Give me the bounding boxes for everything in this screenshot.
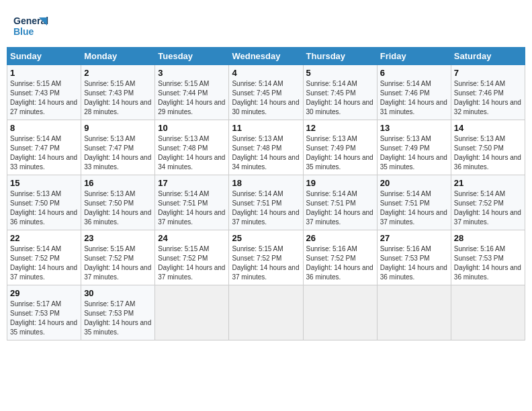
cell-info: Sunrise: 5:14 AM Sunset: 7:51 PM Dayligh…	[232, 189, 300, 227]
day-number: 10	[158, 123, 226, 133]
calendar-cell: 27 Sunrise: 5:16 AM Sunset: 7:53 PM Dayl…	[377, 230, 451, 285]
day-number: 23	[84, 233, 152, 243]
cell-info: Sunrise: 5:16 AM Sunset: 7:53 PM Dayligh…	[380, 244, 448, 282]
cell-info: Sunrise: 5:14 AM Sunset: 7:46 PM Dayligh…	[380, 79, 448, 117]
day-number: 2	[84, 68, 152, 78]
day-number: 24	[158, 233, 226, 243]
day-number: 16	[84, 178, 152, 188]
day-number: 14	[454, 123, 522, 133]
calendar-cell: 4 Sunrise: 5:14 AM Sunset: 7:45 PM Dayli…	[229, 65, 303, 120]
day-number: 3	[158, 68, 226, 78]
cell-info: Sunrise: 5:13 AM Sunset: 7:49 PM Dayligh…	[380, 134, 448, 172]
cell-info: Sunrise: 5:13 AM Sunset: 7:50 PM Dayligh…	[84, 189, 152, 227]
cell-info: Sunrise: 5:14 AM Sunset: 7:45 PM Dayligh…	[232, 79, 300, 117]
calendar-cell: 21 Sunrise: 5:14 AM Sunset: 7:52 PM Dayl…	[451, 175, 525, 230]
cell-info: Sunrise: 5:13 AM Sunset: 7:49 PM Dayligh…	[306, 134, 374, 172]
calendar-cell: 7 Sunrise: 5:14 AM Sunset: 7:46 PM Dayli…	[451, 65, 525, 120]
day-header-wednesday: Wednesday	[229, 48, 303, 65]
day-number: 7	[454, 68, 522, 78]
calendar-week-5: 29 Sunrise: 5:17 AM Sunset: 7:53 PM Dayl…	[7, 285, 525, 340]
calendar-cell: 13 Sunrise: 5:13 AM Sunset: 7:49 PM Dayl…	[377, 120, 451, 175]
cell-info: Sunrise: 5:13 AM Sunset: 7:50 PM Dayligh…	[10, 189, 78, 227]
calendar-cell: 10 Sunrise: 5:13 AM Sunset: 7:48 PM Dayl…	[155, 120, 229, 175]
calendar-cell: 25 Sunrise: 5:15 AM Sunset: 7:52 PM Dayl…	[229, 230, 303, 285]
day-number: 6	[380, 68, 448, 78]
cell-info: Sunrise: 5:15 AM Sunset: 7:52 PM Dayligh…	[158, 244, 226, 282]
cell-info: Sunrise: 5:13 AM Sunset: 7:47 PM Dayligh…	[84, 134, 152, 172]
calendar-week-1: 1 Sunrise: 5:15 AM Sunset: 7:43 PM Dayli…	[7, 65, 525, 120]
calendar-cell: 24 Sunrise: 5:15 AM Sunset: 7:52 PM Dayl…	[155, 230, 229, 285]
page-header: General Blue	[7, 7, 525, 43]
day-number: 22	[10, 233, 78, 243]
calendar-cell: 9 Sunrise: 5:13 AM Sunset: 7:47 PM Dayli…	[81, 120, 155, 175]
day-number: 20	[380, 178, 448, 188]
cell-info: Sunrise: 5:15 AM Sunset: 7:43 PM Dayligh…	[84, 79, 152, 117]
day-number: 11	[232, 123, 300, 133]
day-number: 21	[454, 178, 522, 188]
calendar-cell: 15 Sunrise: 5:13 AM Sunset: 7:50 PM Dayl…	[7, 175, 81, 230]
calendar-cell: 2 Sunrise: 5:15 AM Sunset: 7:43 PM Dayli…	[81, 65, 155, 120]
day-header-friday: Friday	[377, 48, 451, 65]
calendar-cell: 30 Sunrise: 5:17 AM Sunset: 7:53 PM Dayl…	[81, 285, 155, 340]
day-number: 8	[10, 123, 78, 133]
day-header-thursday: Thursday	[303, 48, 377, 65]
day-number: 15	[10, 178, 78, 188]
calendar-cell	[155, 285, 229, 340]
calendar-cell: 22 Sunrise: 5:14 AM Sunset: 7:52 PM Dayl…	[7, 230, 81, 285]
calendar-cell: 6 Sunrise: 5:14 AM Sunset: 7:46 PM Dayli…	[377, 65, 451, 120]
calendar-cell: 14 Sunrise: 5:13 AM Sunset: 7:50 PM Dayl…	[451, 120, 525, 175]
calendar-cell: 5 Sunrise: 5:14 AM Sunset: 7:45 PM Dayli…	[303, 65, 377, 120]
day-number: 29	[10, 288, 78, 298]
day-number: 5	[306, 68, 374, 78]
day-number: 17	[158, 178, 226, 188]
calendar-cell	[229, 285, 303, 340]
calendar-header-row: SundayMondayTuesdayWednesdayThursdayFrid…	[7, 48, 525, 65]
day-number: 13	[380, 123, 448, 133]
day-number: 28	[454, 233, 522, 243]
cell-info: Sunrise: 5:14 AM Sunset: 7:51 PM Dayligh…	[158, 189, 226, 227]
day-number: 1	[10, 68, 78, 78]
cell-info: Sunrise: 5:15 AM Sunset: 7:44 PM Dayligh…	[158, 79, 226, 117]
calendar-cell: 17 Sunrise: 5:14 AM Sunset: 7:51 PM Dayl…	[155, 175, 229, 230]
cell-info: Sunrise: 5:14 AM Sunset: 7:51 PM Dayligh…	[380, 189, 448, 227]
cell-info: Sunrise: 5:16 AM Sunset: 7:53 PM Dayligh…	[454, 244, 522, 282]
calendar-week-4: 22 Sunrise: 5:14 AM Sunset: 7:52 PM Dayl…	[7, 230, 525, 285]
cell-info: Sunrise: 5:16 AM Sunset: 7:52 PM Dayligh…	[306, 244, 374, 282]
calendar-cell: 19 Sunrise: 5:14 AM Sunset: 7:51 PM Dayl…	[303, 175, 377, 230]
calendar-cell: 8 Sunrise: 5:14 AM Sunset: 7:47 PM Dayli…	[7, 120, 81, 175]
day-header-saturday: Saturday	[451, 48, 525, 65]
day-number: 9	[84, 123, 152, 133]
day-number: 27	[380, 233, 448, 243]
calendar-week-3: 15 Sunrise: 5:13 AM Sunset: 7:50 PM Dayl…	[7, 175, 525, 230]
cell-info: Sunrise: 5:15 AM Sunset: 7:43 PM Dayligh…	[10, 79, 78, 117]
calendar-cell	[377, 285, 451, 340]
cell-info: Sunrise: 5:13 AM Sunset: 7:48 PM Dayligh…	[232, 134, 300, 172]
day-header-tuesday: Tuesday	[155, 48, 229, 65]
calendar-cell	[303, 285, 377, 340]
cell-info: Sunrise: 5:14 AM Sunset: 7:47 PM Dayligh…	[10, 134, 78, 172]
day-number: 19	[306, 178, 374, 188]
calendar-cell: 16 Sunrise: 5:13 AM Sunset: 7:50 PM Dayl…	[81, 175, 155, 230]
calendar-week-2: 8 Sunrise: 5:14 AM Sunset: 7:47 PM Dayli…	[7, 120, 525, 175]
calendar-cell: 11 Sunrise: 5:13 AM Sunset: 7:48 PM Dayl…	[229, 120, 303, 175]
cell-info: Sunrise: 5:17 AM Sunset: 7:53 PM Dayligh…	[10, 300, 78, 337]
calendar-table: SundayMondayTuesdayWednesdayThursdayFrid…	[7, 47, 525, 340]
calendar-cell: 1 Sunrise: 5:15 AM Sunset: 7:43 PM Dayli…	[7, 65, 81, 120]
logo-icon: General Blue	[13, 12, 48, 40]
day-number: 12	[306, 123, 374, 133]
calendar-cell: 28 Sunrise: 5:16 AM Sunset: 7:53 PM Dayl…	[451, 230, 525, 285]
cell-info: Sunrise: 5:15 AM Sunset: 7:52 PM Dayligh…	[232, 244, 300, 282]
calendar-cell: 18 Sunrise: 5:14 AM Sunset: 7:51 PM Dayl…	[229, 175, 303, 230]
day-number: 4	[232, 68, 300, 78]
cell-info: Sunrise: 5:14 AM Sunset: 7:52 PM Dayligh…	[10, 244, 78, 282]
cell-info: Sunrise: 5:14 AM Sunset: 7:52 PM Dayligh…	[454, 189, 522, 227]
calendar-cell: 3 Sunrise: 5:15 AM Sunset: 7:44 PM Dayli…	[155, 65, 229, 120]
day-number: 18	[232, 178, 300, 188]
cell-info: Sunrise: 5:14 AM Sunset: 7:51 PM Dayligh…	[306, 189, 374, 227]
calendar-cell: 20 Sunrise: 5:14 AM Sunset: 7:51 PM Dayl…	[377, 175, 451, 230]
cell-info: Sunrise: 5:15 AM Sunset: 7:52 PM Dayligh…	[84, 244, 152, 282]
calendar-cell: 12 Sunrise: 5:13 AM Sunset: 7:49 PM Dayl…	[303, 120, 377, 175]
day-number: 25	[232, 233, 300, 243]
svg-text:Blue: Blue	[13, 26, 34, 37]
cell-info: Sunrise: 5:13 AM Sunset: 7:50 PM Dayligh…	[454, 134, 522, 172]
